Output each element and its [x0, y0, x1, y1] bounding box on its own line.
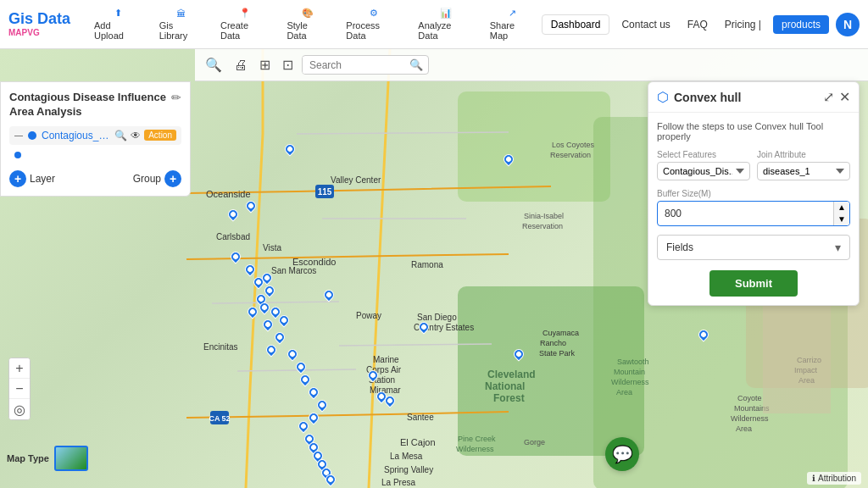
- svg-text:Reservation: Reservation: [550, 151, 591, 159]
- layer-dash: —: [14, 130, 23, 140]
- search-submit-button[interactable]: 🔍: [404, 56, 428, 74]
- fields-expand-icon: ▾: [835, 241, 841, 254]
- nav-share-map[interactable]: ↗ Share Map: [483, 4, 542, 44]
- toolbar-print[interactable]: 🖨: [231, 56, 251, 75]
- select-features-dropdown[interactable]: Contagious_Dis...: [657, 162, 750, 180]
- create-icon: 📍: [239, 8, 251, 19]
- convex-close-button[interactable]: ✕: [839, 89, 850, 105]
- avatar[interactable]: N: [836, 13, 860, 36]
- add-layer-icon: +: [9, 170, 26, 187]
- svg-text:Marine: Marine: [373, 355, 399, 364]
- svg-text:Wilderness: Wilderness: [611, 378, 649, 386]
- convex-title: Convex hull: [674, 91, 741, 104]
- chat-button[interactable]: 💬: [605, 437, 639, 471]
- brand-title: Gis Data: [8, 11, 70, 28]
- join-attribute-dropdown[interactable]: diseases_1: [757, 162, 850, 180]
- select-features-group: Select Features Contagious_Dis...: [657, 150, 750, 180]
- dashboard-button[interactable]: Dashboard: [542, 14, 610, 35]
- svg-text:Wilderness: Wilderness: [731, 414, 769, 423]
- buffer-decrement-button[interactable]: ▼: [834, 214, 849, 225]
- svg-text:State Park: State Park: [539, 349, 576, 358]
- brand-sub: MAPVG: [8, 28, 70, 37]
- toolbar-layers[interactable]: ⊞: [256, 55, 274, 75]
- layer-name: Contagious_Dise...: [42, 130, 109, 141]
- buffer-spinners: ▲ ▼: [833, 202, 849, 225]
- nav-items: ⬆ Add Upload 🏛 Gis Library 📍 Create Data…: [87, 4, 542, 44]
- convex-hull-panel: ⬡ Convex hull ⤢ ✕ Follow the steps to us…: [648, 81, 860, 306]
- svg-text:Oceanside: Oceanside: [206, 189, 251, 199]
- layer-sub: [9, 150, 181, 160]
- fields-row[interactable]: Fields ▾: [657, 235, 850, 260]
- nav-style-data[interactable]: 🎨 Style Data: [280, 4, 336, 44]
- map-search-box[interactable]: 🔍: [302, 55, 429, 75]
- buffer-size-row: Buffer Size(M) ▲ ▼: [657, 189, 850, 226]
- map-type-thumbnail[interactable]: [54, 446, 88, 471]
- map-type-control: Map Type: [7, 446, 88, 471]
- panel-bottom: + Layer Group +: [9, 170, 181, 187]
- convex-instruction: Follow the steps to use Convex hull Tool…: [657, 121, 850, 141]
- nav-add-upload-label: Add Upload: [94, 20, 142, 41]
- zoom-reset-button[interactable]: ◎: [9, 399, 30, 419]
- svg-text:Los Coyotes: Los Coyotes: [552, 141, 595, 149]
- zoom-in-button[interactable]: +: [9, 358, 30, 379]
- map-area[interactable]: 115 Oceanside Carlsbad Vista San Marcos …: [0, 49, 868, 488]
- convex-header: ⬡ Convex hull ⤢ ✕: [648, 82, 859, 113]
- nav-add-upload[interactable]: ⬆ Add Upload: [87, 4, 149, 44]
- svg-text:Sinia-Isabel: Sinia-Isabel: [524, 212, 564, 220]
- zoom-controls: + − ◎: [8, 358, 31, 420]
- submit-row: Submit: [657, 270, 850, 297]
- add-group-label: Group: [133, 173, 161, 185]
- buffer-size-input[interactable]: [658, 204, 833, 223]
- join-attribute-label: Join Attribute: [757, 150, 850, 159]
- svg-text:Ramona: Ramona: [411, 260, 443, 269]
- map-search-input[interactable]: [303, 57, 404, 74]
- fields-label: Fields: [666, 241, 693, 253]
- buffer-increment-button[interactable]: ▲: [834, 202, 849, 214]
- convex-expand-button[interactable]: ⤢: [823, 89, 834, 105]
- action-badge[interactable]: Action: [144, 130, 176, 141]
- products-button[interactable]: products: [773, 15, 829, 34]
- convex-icon: ⬡: [657, 89, 669, 105]
- svg-text:Pine Creek: Pine Creek: [458, 435, 496, 443]
- zoom-out-button[interactable]: −: [9, 379, 30, 399]
- svg-text:Cuyamaca: Cuyamaca: [542, 329, 579, 337]
- svg-text:Coyote: Coyote: [737, 394, 762, 402]
- layer-actions: 🔍 👁 Action: [114, 130, 176, 141]
- svg-text:Poway: Poway: [356, 311, 381, 320]
- join-attribute-group: Join Attribute diseases_1: [757, 150, 850, 180]
- toolbar-settings[interactable]: ⊡: [279, 55, 297, 75]
- share-icon: ↗: [509, 8, 516, 19]
- svg-text:CA 52: CA 52: [209, 414, 230, 423]
- layer-eye-btn[interactable]: 👁: [131, 130, 141, 141]
- brand-logo: Gis Data MAPVG: [8, 11, 70, 37]
- toolbar-zoom-in[interactable]: 🔍: [202, 55, 225, 75]
- info-icon: ℹ: [812, 474, 815, 483]
- layer-dot: [28, 131, 36, 140]
- panel-edit-icon[interactable]: ✏: [171, 91, 181, 104]
- layer-zoom-btn[interactable]: 🔍: [114, 130, 127, 141]
- buffer-input-wrapper: ▲ ▼: [657, 201, 850, 226]
- map-toolbar: 🔍 🖨 ⊞ ⊡ 🔍: [195, 49, 868, 81]
- nav-process-data[interactable]: ⚙ Process Data: [339, 4, 408, 44]
- svg-text:Vista: Vista: [263, 243, 281, 252]
- add-layer-button[interactable]: + Layer: [9, 170, 55, 187]
- nav-analyze-data[interactable]: 📊 Analyze Data: [411, 4, 479, 44]
- svg-text:Area: Area: [736, 424, 752, 433]
- contact-link[interactable]: Contact us: [616, 15, 675, 34]
- nav-share-map-label: Share Map: [490, 20, 535, 41]
- add-group-button[interactable]: Group +: [133, 170, 181, 187]
- submit-button[interactable]: Submit: [709, 270, 798, 297]
- faq-link[interactable]: FAQ: [682, 15, 713, 34]
- svg-text:Carlsbad: Carlsbad: [216, 232, 250, 241]
- nav-gis-library[interactable]: 🏛 Gis Library: [153, 5, 210, 44]
- svg-text:Santee: Santee: [407, 413, 434, 422]
- map-type-label: Map Type: [7, 453, 49, 463]
- svg-text:San Marcos: San Marcos: [271, 266, 316, 275]
- form-row-selects: Select Features Contagious_Dis... Join A…: [657, 150, 850, 180]
- svg-text:Area: Area: [616, 388, 632, 396]
- svg-text:Sawtooth: Sawtooth: [617, 358, 649, 366]
- layer-row: — Contagious_Dise... 🔍 👁 Action: [9, 126, 181, 145]
- pricing-link[interactable]: Pricing |: [720, 15, 766, 34]
- nav-create-data[interactable]: 📍 Create Data: [214, 4, 276, 44]
- analyze-icon: 📊: [440, 8, 452, 19]
